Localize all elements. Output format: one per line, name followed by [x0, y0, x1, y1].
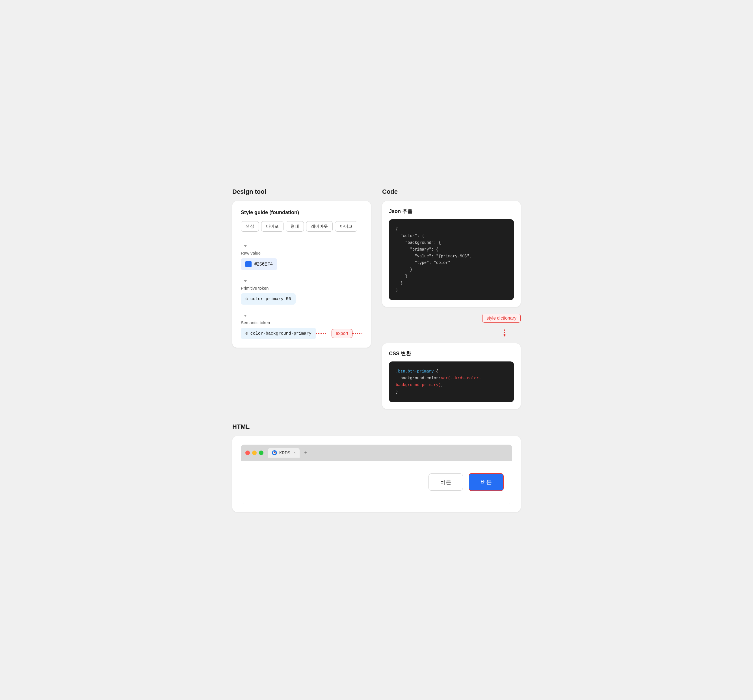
json-title: Json 추출 [389, 208, 514, 215]
json-line-4: "primary": { [396, 246, 507, 253]
json-section: Json 추출 { "color": { "background": { "pr… [382, 201, 521, 307]
json-line-5: "value": "{primary.50}", [396, 253, 507, 260]
browser-tab[interactable]: 🇰🇷 KRDS × [268, 448, 299, 458]
primitive-token-label: Primitive token [241, 286, 362, 291]
browser-mockup: 🇰🇷 KRDS × + 버튼 버튼 [241, 445, 512, 503]
color-swatch [245, 261, 251, 267]
code-panel: Json 추출 { "color": { "background": { "pr… [382, 201, 521, 409]
outline-button[interactable]: 버튼 [429, 473, 463, 491]
arrow-down-3 [241, 308, 362, 317]
window-close-button[interactable] [245, 450, 250, 455]
export-row: ⊙ color-background-primary export [241, 328, 362, 339]
semantic-token-text: color-background-primary [251, 331, 312, 336]
html-section: HTML 🇰🇷 KRDS × + [232, 423, 521, 512]
tab-icon[interactable]: 아이코 [335, 221, 357, 232]
json-line-10: } [396, 287, 507, 294]
json-line-2: "color": { [396, 233, 507, 239]
main-container: Design tool Style guide (foundation) 색상 … [221, 177, 532, 523]
primitive-token-box: ⊙ color-primary-50 [241, 293, 296, 305]
css-section: CSS 변환 .btn.btn-primary { background-col… [382, 343, 521, 409]
json-line-7: } [396, 266, 507, 273]
raw-value-label: Raw value [241, 251, 362, 255]
arrow-down-2 [241, 273, 362, 282]
tab-add-button[interactable]: + [304, 450, 307, 456]
export-dashed-line-right [352, 333, 362, 334]
export-label: export [332, 329, 352, 338]
design-tool-column: Design tool Style guide (foundation) 색상 … [232, 188, 371, 409]
tab-color[interactable]: 색상 [241, 221, 259, 232]
raw-value-text: #256EF4 [254, 262, 273, 267]
top-section: Design tool Style guide (foundation) 색상 … [232, 188, 521, 409]
window-controls [245, 450, 263, 455]
tab-layout[interactable]: 레이아웃 [306, 221, 333, 232]
json-line-6: "type": "color" [396, 259, 507, 266]
tab-label: KRDS [279, 450, 290, 455]
json-line-1: { [396, 226, 507, 233]
json-editor: { "color": { "background": { "primary": … [389, 219, 514, 300]
design-tool-title: Design tool [232, 188, 371, 195]
design-panel: Style guide (foundation) 색상 타이포 형태 레이아웃 … [232, 201, 371, 348]
css-line-3: } [396, 389, 507, 395]
primary-button[interactable]: 버튼 [469, 473, 504, 491]
export-dashed-line [316, 333, 326, 334]
style-guide-title: Style guide (foundation) [241, 209, 362, 216]
json-line-8: } [396, 273, 507, 280]
code-title: Code [382, 188, 521, 195]
css-title: CSS 변환 [389, 350, 514, 357]
style-tabs: 색상 타이포 형태 레이아웃 아이코 [241, 221, 362, 232]
browser-content: 버튼 버튼 [241, 461, 512, 503]
html-panel: 🇰🇷 KRDS × + 버튼 버튼 [232, 436, 521, 512]
window-minimize-button[interactable] [252, 450, 257, 455]
semantic-token-label: Semantic token [241, 320, 362, 325]
style-dict-arrow [382, 330, 521, 337]
semantic-token-box: ⊙ color-background-primary [241, 328, 316, 339]
css-line-2: background-color:var(--krds-color-backgr… [396, 375, 507, 389]
tab-close-icon[interactable]: × [294, 451, 296, 455]
css-editor: .btn.btn-primary { background-color:var(… [389, 361, 514, 402]
json-line-3: "background": { [396, 239, 507, 246]
raw-value-box: #256EF4 [241, 258, 277, 270]
style-dict-row: style dictionary [382, 314, 521, 323]
style-dictionary-label: style dictionary [482, 314, 521, 323]
tab-shape[interactable]: 형태 [286, 221, 304, 232]
primitive-token-text: color-primary-50 [251, 297, 291, 302]
code-column: Code Json 추출 { "color": { "background": … [382, 188, 521, 409]
tab-typo[interactable]: 타이포 [261, 221, 284, 232]
tab-favicon: 🇰🇷 [272, 450, 277, 455]
json-line-9: } [396, 280, 507, 287]
token-icon-primitive: ⊙ [245, 296, 248, 302]
token-icon-semantic: ⊙ [245, 331, 248, 336]
html-title: HTML [232, 423, 521, 430]
window-maximize-button[interactable] [259, 450, 263, 455]
browser-tab-bar: 🇰🇷 KRDS × + [241, 445, 512, 461]
css-line-1: .btn.btn-primary { [396, 368, 507, 375]
arrow-down-1 [241, 238, 362, 247]
